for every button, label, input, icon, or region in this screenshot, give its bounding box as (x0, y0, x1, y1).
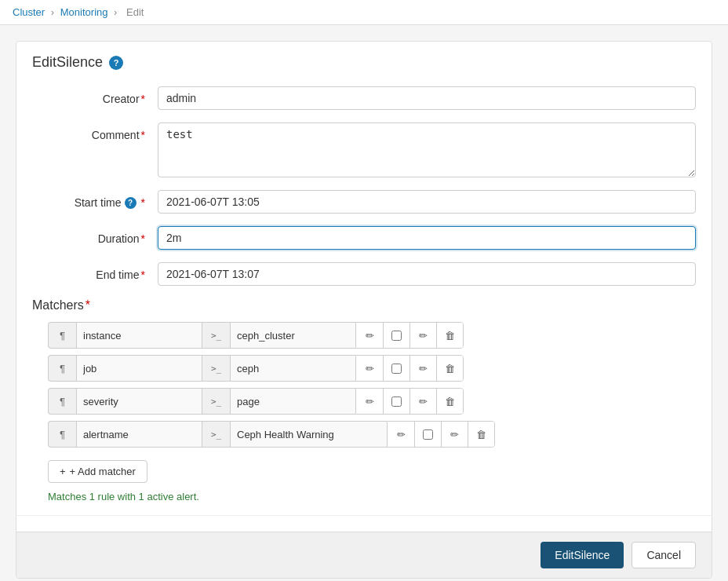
matcher-op: >_ (202, 421, 230, 448)
matcher-op: >_ (202, 322, 230, 349)
matcher-row: ¶ >_ ✏ ✏ 🗑 (48, 355, 696, 382)
matcher-name-input[interactable] (76, 388, 202, 415)
footer-bar: EditSilence Cancel (16, 532, 712, 578)
matcher-regex-btn[interactable]: ✏ (388, 421, 414, 448)
matcher-paragraph-icon: ¶ (48, 421, 76, 448)
start-time-label: Start time ? * (32, 190, 158, 209)
page-title: EditSilence ? (32, 54, 696, 71)
breadcrumb-edit: Edit (126, 6, 144, 18)
matcher-checkbox-wrap (383, 388, 410, 415)
matcher-regex-btn[interactable]: ✏ (356, 322, 383, 349)
matcher-paragraph-icon: ¶ (48, 388, 76, 415)
matcher-actions: ✏ ✏ 🗑 (355, 355, 464, 382)
edit-silence-card: EditSilence ? Creator* Comment* test (16, 41, 712, 579)
matcher-actions: ✏ ✏ 🗑 (387, 421, 495, 448)
help-icon[interactable]: ? (109, 56, 123, 70)
matcher-value-input[interactable] (230, 355, 355, 382)
matcher-row: ¶ >_ ✏ ✏ 🗑 (48, 421, 696, 448)
end-time-group: End time* (32, 262, 696, 286)
creator-label: Creator* (32, 86, 158, 105)
add-matcher-button[interactable]: + + Add matcher (48, 460, 147, 483)
comment-label: Comment* (32, 122, 158, 141)
matcher-checkbox-wrap (383, 355, 410, 382)
matcher-row: ¶ >_ ✏ ✏ 🗑 (48, 388, 696, 415)
matchers-title: Matchers* (32, 298, 696, 312)
matcher-edit-btn[interactable]: ✏ (410, 355, 436, 382)
edit-silence-submit-button[interactable]: EditSilence (541, 542, 624, 568)
matcher-value-input[interactable] (230, 421, 387, 448)
matcher-checkbox-wrap (383, 322, 410, 349)
matcher-delete-btn[interactable]: 🗑 (468, 421, 494, 448)
matcher-op: >_ (202, 355, 230, 382)
matcher-edit-btn[interactable]: ✏ (410, 388, 436, 415)
comment-input[interactable]: test (158, 122, 696, 177)
matcher-name-input[interactable] (76, 355, 202, 382)
matchers-section: Matchers* ¶ >_ ✏ ✏ (32, 298, 696, 502)
creator-group: Creator* (32, 86, 696, 110)
matcher-checkbox-wrap (414, 421, 441, 448)
matcher-checkbox[interactable] (423, 429, 433, 440)
start-time-input[interactable] (158, 190, 696, 214)
matcher-checkbox[interactable] (391, 364, 402, 374)
end-time-input[interactable] (158, 262, 696, 286)
matcher-delete-btn[interactable]: 🗑 (436, 355, 463, 382)
matcher-name-input[interactable] (76, 322, 202, 349)
matchers-rows: ¶ >_ ✏ ✏ 🗑 (48, 322, 696, 502)
breadcrumb-monitoring[interactable]: Monitoring (60, 6, 108, 18)
plus-icon: + (60, 466, 66, 477)
matcher-actions: ✏ ✏ 🗑 (355, 322, 464, 349)
duration-label: Duration* (32, 226, 158, 245)
duration-input[interactable] (158, 226, 696, 250)
matcher-edit-btn[interactable]: ✏ (410, 322, 436, 349)
match-info: Matches 1 rule with 1 active alert. (48, 491, 696, 502)
creator-input[interactable] (158, 86, 696, 110)
matcher-value-input[interactable] (230, 388, 355, 415)
matcher-delete-btn[interactable]: 🗑 (436, 388, 463, 415)
breadcrumb-cluster[interactable]: Cluster (13, 6, 45, 18)
start-time-help-icon[interactable]: ? (125, 197, 136, 209)
matcher-value-input[interactable] (230, 322, 355, 349)
matcher-actions: ✏ ✏ 🗑 (355, 388, 464, 415)
matcher-op: >_ (202, 388, 230, 415)
matcher-delete-btn[interactable]: 🗑 (436, 322, 463, 349)
matcher-name-input[interactable] (76, 421, 202, 448)
duration-group: Duration* (32, 226, 696, 250)
cancel-button[interactable]: Cancel (632, 542, 696, 568)
breadcrumb: Cluster › Monitoring › Edit (0, 0, 728, 25)
comment-group: Comment* test (32, 122, 696, 177)
start-time-group: Start time ? * (32, 190, 696, 214)
matcher-paragraph-icon: ¶ (48, 355, 76, 382)
matcher-edit-btn[interactable]: ✏ (441, 421, 468, 448)
end-time-label: End time* (32, 262, 158, 281)
matcher-checkbox[interactable] (391, 331, 402, 341)
matcher-row: ¶ >_ ✏ ✏ 🗑 (48, 322, 696, 349)
matcher-checkbox[interactable] (391, 396, 402, 407)
matcher-regex-btn[interactable]: ✏ (356, 355, 383, 382)
matcher-paragraph-icon: ¶ (48, 322, 76, 349)
matcher-regex-btn[interactable]: ✏ (356, 388, 383, 415)
